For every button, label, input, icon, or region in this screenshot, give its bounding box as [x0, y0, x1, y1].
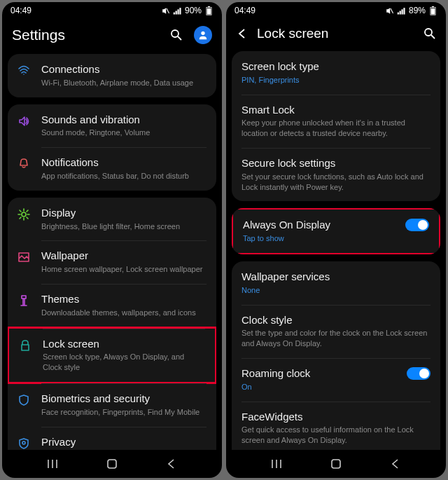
settings-item-always-on-display[interactable]: Always On Display Tap to show [232, 208, 440, 254]
nav-bar [226, 450, 446, 478]
search-icon[interactable] [424, 27, 436, 40]
svg-point-10 [201, 32, 204, 35]
home-button[interactable] [105, 457, 119, 471]
header: Settings [2, 19, 222, 54]
settings-item-sounds-and-vibration[interactable]: Sounds and vibration Sound mode, Rington… [8, 104, 216, 148]
settings-group: Wallpaper services None Clock style Set … [232, 261, 440, 450]
signal-icon [173, 6, 182, 15]
search-icon[interactable] [170, 29, 183, 41]
page-title: Settings [12, 27, 162, 43]
svg-rect-1 [174, 12, 175, 14]
item-subtitle: Get quick access to useful information o… [241, 425, 430, 446]
svg-rect-4 [179, 8, 181, 14]
settings-item-privacy[interactable]: Privacy Permission manager [8, 427, 216, 450]
settings-item-display[interactable]: Display Brightness, Blue light filter, H… [8, 198, 216, 241]
settings-item-wallpaper[interactable]: Wallpaper Home screen wallpaper, Lock sc… [8, 240, 216, 284]
lockscreen-settings-screen: 04:49 89% Lock screen Screen lock type P… [226, 2, 446, 478]
item-label: Biometrics and security [41, 392, 206, 406]
settings-item-roaming-clock[interactable]: Roaming clock On [232, 358, 440, 402]
item-subtitle: On [241, 382, 401, 392]
item-subtitle: Set your secure lock functions, such as … [241, 172, 430, 193]
svg-rect-16 [398, 12, 399, 14]
settings-item-facewidgets[interactable]: FaceWidgets Get quick access to useful i… [232, 402, 440, 450]
svg-line-15 [391, 8, 393, 13]
account-avatar[interactable] [194, 26, 212, 44]
settings-item-connections[interactable]: Connections Wi-Fi, Bluetooth, Airplane m… [8, 54, 216, 97]
item-subtitle: Face recognition, Fingerprints, Find My … [41, 407, 206, 418]
item-label: Lock screen [43, 338, 205, 351]
item-label: Secure lock settings [241, 157, 430, 170]
header: Lock screen [226, 19, 446, 51]
status-time: 04:49 [234, 6, 255, 15]
settings-group: Display Brightness, Blue light filter, H… [8, 198, 216, 450]
svg-rect-28 [332, 460, 340, 468]
item-label: FaceWidgets [241, 411, 430, 424]
item-subtitle: PIN, Fingerprints [241, 75, 430, 85]
settings-screen: 04:49 90% Settings Connections Wi-Fi, Bl… [2, 2, 222, 478]
lockscreen-list[interactable]: Screen lock type PIN, Fingerprints Smart… [226, 51, 446, 450]
back-button[interactable] [164, 457, 178, 471]
brightness-icon [18, 208, 30, 221]
settings-item-secure-lock-settings[interactable]: Secure lock settings Set your secure loc… [232, 148, 440, 201]
svg-rect-18 [401, 9, 402, 14]
svg-rect-6 [207, 8, 211, 14]
item-label: Privacy [41, 436, 206, 449]
item-label: Always On Display [243, 219, 400, 232]
bell-icon [18, 158, 30, 170]
svg-rect-14 [108, 460, 116, 468]
item-label: Clock style [241, 314, 430, 327]
svg-line-24 [431, 35, 435, 39]
back-icon[interactable] [236, 27, 248, 40]
home-button[interactable] [329, 457, 343, 471]
item-subtitle: Screen lock type, Always On Display, and… [43, 352, 205, 373]
item-label: Notifications [41, 156, 206, 170]
status-icons: 89% [385, 6, 438, 15]
item-subtitle: Downloadable themes, wallpapers, and ico… [41, 308, 206, 318]
mute-icon [385, 6, 394, 15]
battery-icon [204, 6, 214, 15]
item-label: Smart Lock [241, 104, 430, 117]
settings-item-lock-screen[interactable]: Lock screen Screen lock type, Always On … [8, 327, 216, 384]
nav-bar [2, 450, 222, 478]
battery-percent: 90% [185, 6, 202, 15]
svg-rect-7 [208, 6, 210, 7]
back-button[interactable] [388, 457, 402, 471]
battery-percent: 89% [409, 6, 426, 15]
settings-group: Always On Display Tap to show [232, 208, 440, 254]
item-subtitle: Home screen wallpaper, Lock screen wallp… [41, 264, 206, 275]
item-label: Themes [41, 293, 206, 306]
signal-icon [397, 6, 406, 15]
item-subtitle: None [241, 285, 430, 296]
svg-line-9 [178, 36, 181, 40]
svg-rect-22 [432, 6, 434, 7]
svg-point-8 [172, 30, 178, 37]
settings-item-screen-lock-type[interactable]: Screen lock type PIN, Fingerprints [232, 51, 440, 95]
status-bar: 04:49 90% [2, 2, 222, 19]
item-label: Connections [41, 63, 206, 76]
item-subtitle: Sound mode, Ringtone, Volume [41, 128, 206, 138]
item-subtitle: Tap to show [243, 233, 400, 244]
svg-rect-19 [403, 8, 405, 14]
settings-item-clock-style[interactable]: Clock style Set the type and color for t… [232, 305, 440, 358]
toggle-switch[interactable] [405, 219, 429, 231]
settings-group: Sounds and vibration Sound mode, Rington… [8, 104, 216, 191]
recents-button[interactable] [270, 457, 284, 471]
item-label: Screen lock type [241, 60, 430, 74]
status-bar: 04:49 89% [226, 2, 446, 19]
svg-point-23 [425, 29, 432, 36]
page-title: Lock screen [257, 26, 415, 41]
recents-button[interactable] [46, 457, 59, 471]
settings-item-biometrics-and-security[interactable]: Biometrics and security Face recognition… [8, 383, 216, 427]
status-time: 04:49 [10, 6, 31, 15]
item-subtitle: Wi-Fi, Bluetooth, Airplane mode, Data us… [41, 78, 206, 88]
settings-item-themes[interactable]: Themes Downloadable themes, wallpapers, … [8, 284, 216, 327]
settings-item-smart-lock[interactable]: Smart Lock Keep your phone unlocked when… [232, 95, 440, 148]
toggle-switch[interactable] [407, 367, 430, 380]
item-label: Sounds and vibration [41, 114, 206, 127]
settings-item-notifications[interactable]: Notifications App notifications, Status … [8, 147, 216, 191]
svg-rect-3 [177, 9, 178, 14]
settings-item-wallpaper-services[interactable]: Wallpaper services None [232, 261, 440, 305]
themes-icon [18, 294, 30, 307]
settings-list[interactable]: Connections Wi-Fi, Bluetooth, Airplane m… [2, 54, 222, 450]
item-subtitle: App notifications, Status bar, Do not di… [41, 171, 206, 181]
